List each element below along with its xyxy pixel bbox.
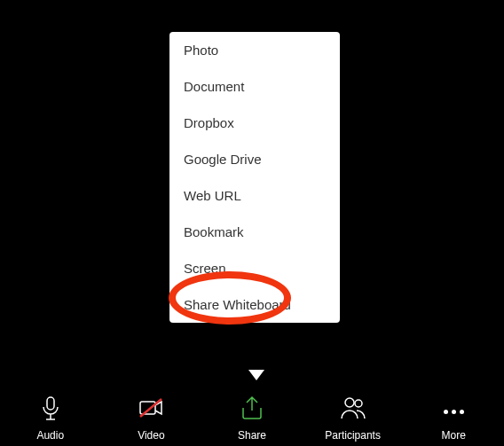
more-dots-icon	[444, 397, 464, 426]
more-label: More	[442, 429, 466, 442]
share-options-menu: Photo Document Dropbox Google Drive Web …	[169, 32, 340, 323]
video-label: Video	[138, 429, 164, 442]
video-button[interactable]: Video	[101, 379, 202, 442]
share-option-web-url[interactable]: Web URL	[169, 177, 340, 214]
share-icon	[238, 394, 266, 426]
video-camera-off-icon	[137, 394, 165, 426]
share-option-dropbox[interactable]: Dropbox	[169, 105, 340, 141]
share-label: Share	[238, 429, 266, 442]
svg-point-4	[355, 400, 362, 407]
svg-point-3	[345, 398, 354, 407]
share-option-document[interactable]: Document	[169, 68, 340, 105]
microphone-icon	[36, 394, 65, 426]
meeting-controls-screen: Photo Document Dropbox Google Drive Web …	[0, 0, 504, 446]
audio-button[interactable]: Audio	[0, 379, 101, 442]
svg-rect-0	[47, 397, 54, 410]
participants-icon	[339, 394, 367, 426]
share-option-google-drive[interactable]: Google Drive	[169, 141, 340, 177]
participants-button[interactable]: Participants	[303, 379, 404, 442]
share-option-photo[interactable]: Photo	[169, 32, 340, 68]
audio-label: Audio	[36, 429, 64, 442]
share-button[interactable]: Share	[201, 379, 303, 442]
svg-rect-1	[140, 402, 155, 414]
participants-label: Participants	[325, 429, 381, 442]
share-option-screen[interactable]: Screen	[169, 250, 340, 286]
more-button[interactable]: More	[403, 379, 504, 442]
meeting-toolbar: Audio Video Share Participants More	[0, 379, 504, 442]
share-option-share-whiteboard[interactable]: Share Whiteboard	[169, 286, 340, 323]
share-option-bookmark[interactable]: Bookmark	[169, 214, 340, 250]
